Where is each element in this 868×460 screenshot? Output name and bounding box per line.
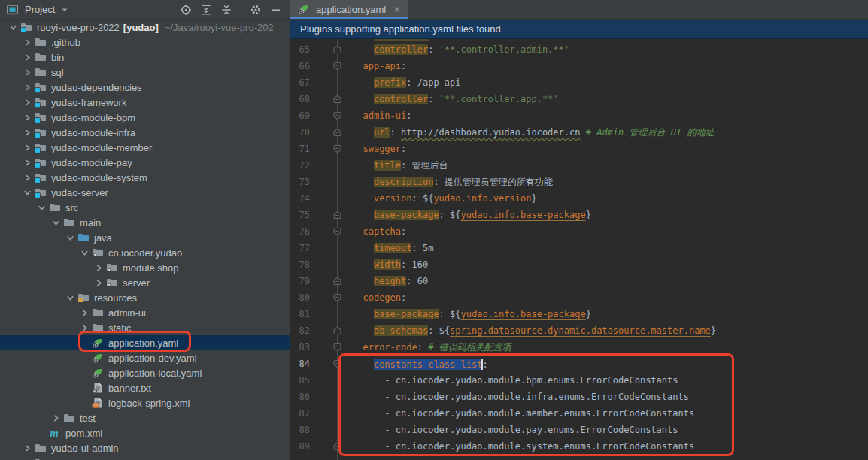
tree-item-application-yaml[interactable]: application.yaml [0,335,290,350]
tree-item-module-shop[interactable]: module.shop [0,260,290,275]
tree-item-banner-txt[interactable]: banner.txt [0,380,290,395]
chevron-open-icon[interactable] [35,201,49,213]
fold-end-icon[interactable] [331,441,343,452]
code-line-73[interactable]: 73 description: 提供管理员管理的所有功能 [290,174,868,190]
fold-end-icon[interactable] [331,94,343,104]
fold-start-icon[interactable] [331,226,343,237]
tab-application-yaml[interactable]: application.yaml [290,0,408,19]
tree-item-ruoyi-vue-pro-2022[interactable]: ruoyi-vue-pro-2022[yudao]~/Java/ruoyi-vu… [0,20,290,35]
tree-item-static[interactable]: static [0,320,290,335]
fold-end-icon[interactable] [331,44,343,55]
code-line-89[interactable]: 89 - cn.iocoder.yudao.module.system.enum… [290,438,868,455]
tree-item-pom-xml[interactable]: mpom.xml [0,425,290,440]
chevron-closed-icon[interactable] [92,262,106,274]
code-line-74[interactable]: 74 version: ${yudao.info.version} [290,190,868,207]
fold-start-icon[interactable] [331,144,343,154]
chevron-closed-icon[interactable] [20,442,35,454]
fold-start-icon[interactable] [331,292,343,303]
fold-end-icon[interactable] [331,127,343,138]
code-line-70[interactable]: 70 url: http://dashboard.yudao.iocoder.c… [290,124,868,141]
tree-item-yudao-ui-admin[interactable]: yudao-ui-admin [0,440,290,455]
chevron-closed-icon[interactable] [77,322,92,334]
code-line-84[interactable]: 84 constants-class-list: [290,356,868,372]
code-line-72[interactable]: 72 title: 管理后台 [290,157,868,174]
code-line-69[interactable]: 69 admin-ui: [290,107,868,124]
tree-item-application-local-yaml[interactable]: application-local.yaml [0,365,290,380]
collapse-all-icon[interactable] [220,4,232,16]
chevron-closed-icon[interactable] [20,156,35,168]
code-line-67[interactable]: 67 prefix: /app-api [290,74,868,91]
tree-item-java[interactable]: java [0,230,290,245]
tree-item-src[interactable]: src [0,200,290,215]
tree-item-yudao-module-system[interactable]: yudao-module-system [0,170,290,185]
code-line-65[interactable]: 65 controller: '**.controller.admin.**' [290,41,868,58]
tree-item-resources[interactable]: resources [0,290,290,305]
fold-end-icon[interactable] [331,276,343,286]
tree-item-logback-spring-xml[interactable]: <>logback-spring.xml [0,395,290,410]
fold-end-icon[interactable] [331,325,343,336]
tree-item-yudao-module-infra[interactable]: yudao-module-infra [0,125,290,140]
code-line-80[interactable]: 80 codegen: [290,289,868,306]
chevron-closed-icon[interactable] [77,307,92,319]
chevron-closed-icon[interactable] [20,141,35,153]
fold-start-icon[interactable] [331,110,343,121]
chevron-closed-icon[interactable] [20,96,35,108]
tree-item-yudao-dependencies[interactable]: yudao-dependencies [0,80,290,95]
close-tab-icon[interactable] [391,5,402,15]
tree-item-yudao-server[interactable]: yudao-server [0,185,290,200]
code-line-71[interactable]: 71 swagger: [290,141,868,157]
locate-icon[interactable] [180,4,192,16]
code-line-81[interactable]: 81 base-package: ${yudao.info.base-packa… [290,306,868,322]
fold-start-icon[interactable] [331,61,343,71]
chevron-open-icon[interactable] [77,247,92,259]
chevron-closed-icon[interactable] [20,66,35,78]
chevron-open-icon[interactable] [20,186,35,198]
chevron-closed-icon[interactable] [20,51,35,63]
code-line-86[interactable]: 86 - cn.iocoder.yudao.module.infra.enums… [290,389,868,405]
chevron-open-icon[interactable] [6,21,20,33]
chevron-closed-icon[interactable] [20,171,35,183]
tree-item-github[interactable]: .github [0,35,290,50]
code-line-66[interactable]: 66 app-api: [290,58,868,74]
code-line-68[interactable]: 68 controller: '**.controller.app.**' [290,91,868,107]
chevron-open-icon[interactable] [49,216,63,228]
code-line-79[interactable]: 79 height: 60 [290,273,868,289]
code-line-82[interactable]: 82 db-schemas: ${spring.datasource.dynam… [290,322,868,339]
fold-start-icon[interactable] [331,359,343,369]
chevron-down-icon[interactable] [60,5,69,14]
tree-item-cn-iocoder-yudao[interactable]: cn.iocoder.yudao [0,245,290,260]
tree-item-sql[interactable]: sql [0,65,290,80]
chevron-closed-icon[interactable] [20,111,35,123]
tree-item-server[interactable]: server [0,275,290,290]
tree-item-yudao-module-member[interactable]: yudao-module-member [0,140,290,155]
code-line-83[interactable]: 83 error-code: # 错误码相关配置项 [290,339,868,356]
chevron-closed-icon[interactable] [20,36,35,48]
chevron-open-icon[interactable] [63,232,77,244]
tree-item-application-dev-yaml[interactable]: application-dev.yaml [0,350,290,365]
code-line-87[interactable]: 87 - cn.iocoder.yudao.module.member.enum… [290,405,868,422]
tree-item-main[interactable]: main [0,215,290,230]
code-line-88[interactable]: 88 - cn.iocoder.yudao.module.pay.enums.E… [290,422,868,438]
chevron-closed-icon[interactable] [92,277,106,289]
chevron-closed-icon[interactable] [20,126,35,138]
settings-icon[interactable] [250,4,262,16]
tree-item-test[interactable]: test [0,410,290,425]
code-line-78[interactable]: 78 width: 160 [290,256,868,273]
code-line-85[interactable]: 85 - cn.iocoder.yudao.module.bpm.enums.E… [290,372,868,389]
fold-start-icon[interactable] [331,342,343,353]
fold-end-icon[interactable] [331,210,343,220]
tree-item-yudao-ui-app[interactable]: yudao-ui-app [0,455,290,460]
tree-item-yudao-module-bpm[interactable]: yudao-module-bpm [0,110,290,125]
chevron-closed-icon[interactable] [20,457,35,460]
hide-icon[interactable] [270,4,282,16]
chevron-open-icon[interactable] [63,292,77,304]
code-line-76[interactable]: 76 captcha: [290,223,868,240]
tree-item-yudao-module-pay[interactable]: yudao-module-pay [0,155,290,170]
expand-all-icon[interactable] [200,4,212,16]
code-line-75[interactable]: 75 base-package: ${yudao.info.base-packa… [290,207,868,223]
chevron-closed-icon[interactable] [20,81,35,93]
tree-item-bin[interactable]: bin [0,50,290,65]
tree-item-admin-ui[interactable]: admin-ui [0,305,290,320]
tree-item-yudao-framework[interactable]: yudao-framework [0,95,290,110]
code-line-77[interactable]: 77 timeout: 5m [290,240,868,256]
